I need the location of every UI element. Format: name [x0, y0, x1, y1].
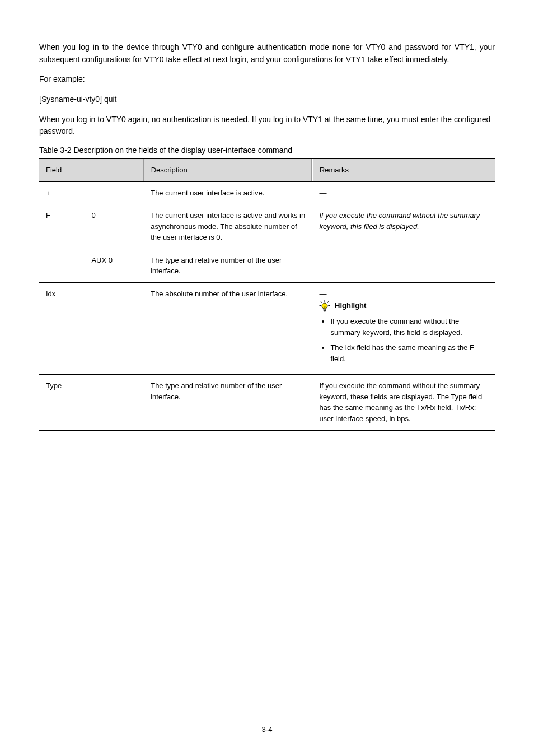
page-number: 3-4	[0, 725, 534, 734]
highlight-list: If you execute the command without the s…	[319, 316, 489, 364]
cell-description: The current user interface is active.	[144, 181, 312, 204]
example-command-line: [Sysname-ui-vty0] quit	[39, 94, 495, 106]
table-row: F 0 The current user interface is active…	[39, 204, 495, 249]
cell-remarks: —	[312, 181, 495, 204]
cell-description: The type and relative number of the user…	[144, 375, 312, 431]
table-caption: Table 3-2 Description on the fields of t…	[39, 146, 495, 155]
intro-paragraph-2: When you log in to VTY0 again, no authen…	[39, 114, 495, 138]
th-description: Description	[144, 158, 312, 181]
th-field: Field	[39, 158, 144, 181]
highlight-label: Highlight	[335, 302, 366, 310]
spec-table: Field Description Remarks + The current …	[39, 158, 495, 431]
list-item: The Idx field has the same meaning as th…	[330, 342, 489, 364]
cell-field: Type	[39, 375, 144, 431]
page: When you log in to the device through VT…	[0, 0, 534, 756]
cell-description: The current user interface is active and…	[144, 204, 312, 249]
table-body: + The current user interface is active. …	[39, 181, 495, 430]
svg-point-5	[322, 303, 327, 309]
svg-line-2	[327, 301, 329, 302]
cell-remarks: —	[312, 282, 495, 375]
cell-field-b: AUX 0	[85, 249, 144, 282]
svg-rect-8	[324, 311, 325, 312]
example-label: For example:	[39, 73, 495, 86]
th-remarks: Remarks	[312, 158, 495, 181]
table-row: + The current user interface is active. …	[39, 181, 495, 204]
highlight-block: Highlight If you execute the command wit…	[319, 300, 489, 364]
list-item: If you execute the command without the s…	[330, 316, 489, 338]
cell-field: +	[39, 181, 144, 204]
cell-description: The type and relative number of the user…	[144, 249, 312, 282]
cell-field-a: F	[39, 204, 85, 283]
table-row: Idx The absolute number of the user inte…	[39, 282, 495, 375]
lightbulb-icon	[319, 300, 330, 312]
cell-field: Idx	[39, 282, 144, 375]
cell-remarks: If you execute the command without the s…	[312, 375, 495, 431]
table-row: Type The type and relative number of the…	[39, 375, 495, 431]
cell-field-b: 0	[85, 204, 144, 249]
intro-paragraph: When you log in to the device through VT…	[39, 41, 495, 66]
cell-remarks: If you execute the command without the s…	[312, 204, 495, 283]
remarks-dash: —	[319, 288, 489, 300]
svg-line-1	[321, 301, 322, 302]
table-head: Field Description Remarks	[39, 158, 495, 181]
remarks-text: If you execute the command without the s…	[319, 211, 480, 231]
cell-description: The absolute number of the user interfac…	[144, 282, 312, 375]
table-header-row: Field Description Remarks	[39, 158, 495, 181]
